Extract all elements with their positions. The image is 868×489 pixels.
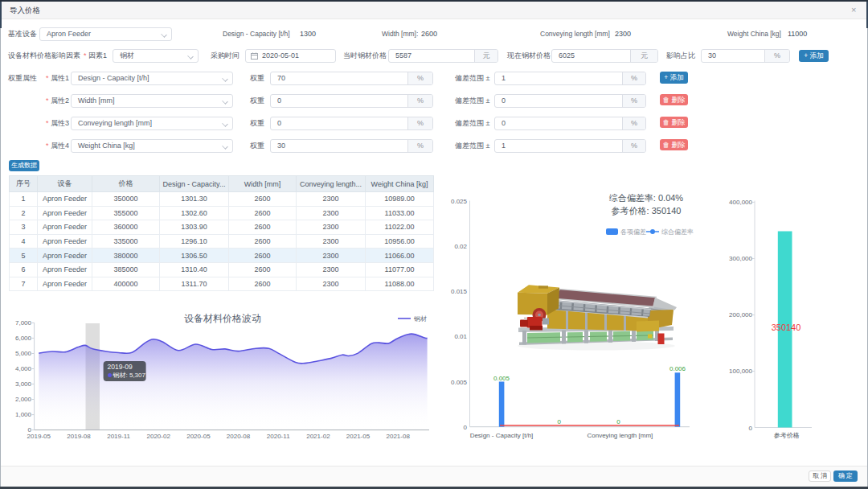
svg-text:2021-05: 2021-05 (346, 433, 371, 440)
svg-text:0: 0 (464, 424, 468, 431)
svg-text:400,000: 400,000 (729, 199, 752, 206)
svg-text:2,000: 2,000 (15, 396, 32, 403)
svg-text:350140: 350140 (772, 323, 801, 332)
svg-text:5,000: 5,000 (15, 350, 32, 357)
svg-text:1,000: 1,000 (15, 411, 32, 418)
svg-text:0.01: 0.01 (454, 333, 467, 340)
svg-text:4,000: 4,000 (15, 365, 32, 372)
svg-text:0.006: 0.006 (669, 365, 686, 372)
svg-text:2020-05: 2020-05 (186, 433, 211, 440)
svg-text:2019-11: 2019-11 (107, 433, 130, 440)
svg-text:2021-08: 2021-08 (387, 433, 411, 440)
svg-text:0.015: 0.015 (451, 288, 468, 295)
svg-text:各项偏差: 各项偏差 (620, 228, 646, 236)
svg-text:Design - Capacity [t/h]: Design - Capacity [t/h] (470, 432, 534, 439)
svg-text:7,000: 7,000 (15, 319, 32, 327)
svg-text:2019-09: 2019-09 (108, 363, 133, 371)
svg-text:300,000: 300,000 (729, 255, 752, 262)
svg-text:2019-05: 2019-05 (27, 433, 51, 440)
svg-text:2020-02: 2020-02 (147, 433, 171, 440)
svg-text:2020-11: 2020-11 (267, 433, 290, 440)
svg-text:2021-02: 2021-02 (306, 433, 330, 440)
svg-text:参考价格: 参考价格 (774, 432, 800, 439)
svg-text:参考价格: 350140: 参考价格: 350140 (612, 206, 682, 216)
svg-text:0: 0 (616, 418, 620, 425)
svg-text:3,000: 3,000 (15, 380, 32, 388)
svg-text:钢材: 5,307: 钢材: 5,307 (113, 372, 146, 379)
svg-text:200,000: 200,000 (729, 311, 752, 318)
svg-text:0.005: 0.005 (451, 379, 468, 386)
svg-text:Conveying length [mm]: Conveying length [mm] (587, 432, 653, 439)
svg-text:设备材料价格波动: 设备材料价格波动 (184, 313, 261, 324)
svg-text:钢材: 钢材 (413, 315, 427, 323)
svg-text:0.005: 0.005 (493, 375, 510, 382)
svg-text:0.025: 0.025 (451, 198, 468, 205)
svg-text:综合偏差率: 综合偏差率 (661, 228, 694, 236)
svg-text:0: 0 (558, 418, 562, 425)
svg-text:2019-08: 2019-08 (67, 433, 91, 440)
svg-text:综合偏差率: 0.04%: 综合偏差率: 0.04% (609, 193, 684, 203)
svg-text:6,000: 6,000 (15, 335, 32, 342)
svg-text:100,000: 100,000 (729, 368, 752, 375)
svg-text:0.02: 0.02 (454, 243, 467, 250)
svg-text:2020-08: 2020-08 (227, 433, 251, 440)
svg-text:0: 0 (749, 425, 753, 432)
